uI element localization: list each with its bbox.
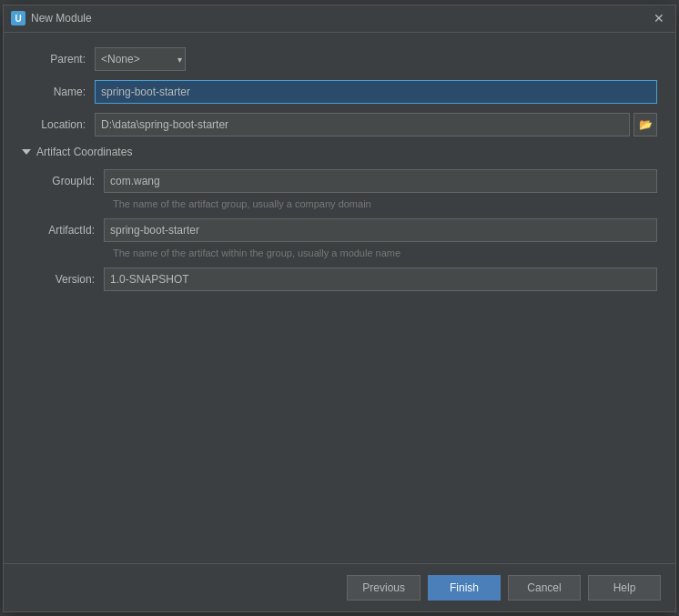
version-control (104, 268, 657, 291)
close-button[interactable]: ✕ (650, 9, 668, 27)
version-row: Version: (31, 268, 657, 291)
parent-select[interactable]: <None> (95, 47, 186, 71)
name-input[interactable] (95, 80, 657, 104)
close-icon: ✕ (654, 11, 664, 25)
artifact-section-header: Artifact Coordinates (22, 146, 657, 158)
groupid-input[interactable] (104, 169, 657, 193)
collapse-triangle-icon[interactable] (22, 149, 31, 155)
new-module-dialog: U New Module ✕ Parent: <None> ▾ Name: (3, 5, 676, 612)
folder-icon: 📂 (639, 118, 653, 131)
artifactid-row: ArtifactId: (31, 218, 657, 242)
parent-row: Parent: <None> ▾ (22, 47, 657, 71)
groupid-hint: The name of the artifact group, usually … (113, 198, 657, 209)
artifactid-label: ArtifactId: (31, 224, 104, 237)
location-label: Location: (22, 118, 95, 131)
groupid-control (104, 169, 657, 193)
dialog-content: Parent: <None> ▾ Name: Location: (4, 33, 675, 563)
parent-label: Parent: (22, 53, 95, 66)
name-row: Name: (22, 80, 657, 104)
artifact-section: GroupId: The name of the artifact group,… (31, 169, 657, 291)
version-label: Version: (31, 273, 104, 286)
parent-select-container: <None> ▾ (95, 47, 186, 71)
artifactid-input[interactable] (104, 218, 657, 242)
title-bar: U New Module ✕ (4, 5, 675, 33)
artifactid-control (104, 218, 657, 242)
location-input[interactable] (95, 113, 630, 136)
location-input-row: 📂 (95, 113, 657, 136)
name-label: Name: (22, 86, 95, 98)
artifact-section-title: Artifact Coordinates (36, 146, 132, 158)
version-input[interactable] (104, 268, 657, 291)
parent-control: <None> ▾ (95, 47, 657, 71)
browse-button[interactable]: 📂 (633, 113, 657, 136)
title-bar-left: U New Module (11, 11, 92, 25)
groupid-row: GroupId: (31, 169, 657, 193)
previous-button[interactable]: Previous (347, 575, 421, 601)
artifactid-hint: The name of the artifact within the grou… (113, 247, 657, 258)
help-button[interactable]: Help (588, 575, 661, 601)
groupid-label: GroupId: (31, 175, 104, 187)
finish-button[interactable]: Finish (428, 575, 501, 601)
cancel-button[interactable]: Cancel (508, 575, 581, 601)
location-row: Location: 📂 (22, 113, 657, 136)
name-control (95, 80, 657, 104)
dialog-title: New Module (31, 12, 92, 25)
location-control: 📂 (95, 113, 657, 136)
app-icon: U (11, 11, 25, 25)
dialog-footer: Previous Finish Cancel Help (4, 563, 675, 611)
